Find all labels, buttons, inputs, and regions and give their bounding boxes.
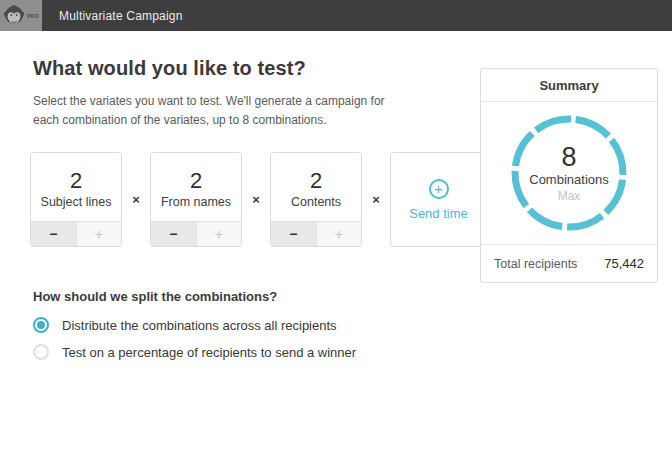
total-recipients-value: 75,442: [604, 256, 644, 271]
variate-card-contents: 2 Contents − +: [270, 152, 362, 247]
top-navigation-bar: PRO Multivariate Campaign: [0, 0, 672, 31]
variate-card-value: 2 From names: [151, 153, 241, 221]
pro-badge: PRO: [27, 13, 39, 19]
contents-stepper: − +: [271, 221, 361, 246]
combinations-ring-area: 8 Combinations Max: [481, 102, 657, 244]
option-distribute-all[interactable]: Distribute the combinations across all r…: [33, 317, 356, 333]
from-names-count: 2: [190, 169, 202, 193]
split-question: How should we split the combinations?: [33, 289, 356, 304]
split-section: How should we split the combinations? Di…: [33, 289, 356, 360]
combinations-max-label: Max: [558, 189, 581, 203]
combinations-count: 8: [561, 143, 576, 171]
summary-panel: Summary 8 Combinations Max Total recipie…: [480, 68, 658, 283]
radio-unselected-icon[interactable]: [33, 344, 49, 360]
page-title: What would you like to test?: [33, 57, 306, 80]
subject-lines-label: Subject lines: [41, 195, 112, 209]
subject-lines-increment-button[interactable]: +: [76, 222, 122, 246]
variate-card-value: 2 Subject lines: [31, 153, 121, 221]
page-description: Select the variates you want to test. We…: [33, 92, 405, 130]
variate-card-subject-lines: 2 Subject lines − +: [30, 152, 122, 247]
send-time-label: Send time: [409, 206, 468, 221]
option-test-percentage[interactable]: Test on a percentage of recipients to se…: [33, 344, 356, 360]
add-send-time-card[interactable]: + Send time: [390, 152, 487, 247]
contents-decrement-button[interactable]: −: [271, 222, 316, 246]
subject-lines-stepper: − +: [31, 221, 121, 246]
combinations-label: Combinations: [529, 172, 609, 187]
summary-title: Summary: [481, 69, 657, 102]
from-names-label: From names: [161, 195, 231, 209]
option-distribute-all-label: Distribute the combinations across all r…: [62, 318, 337, 333]
circled-plus-icon: +: [429, 179, 449, 199]
freddie-monkey-icon: [3, 4, 25, 28]
contents-label: Contents: [291, 195, 341, 209]
contents-increment-button[interactable]: +: [316, 222, 362, 246]
from-names-stepper: − +: [151, 221, 241, 246]
option-test-percentage-label: Test on a percentage of recipients to se…: [62, 345, 356, 360]
radio-selected-icon[interactable]: [33, 317, 49, 333]
contents-count: 2: [310, 169, 322, 193]
multiply-symbol: ×: [122, 192, 150, 207]
subject-lines-decrement-button[interactable]: −: [31, 222, 76, 246]
multiply-symbol: ×: [242, 192, 270, 207]
mailchimp-logo[interactable]: PRO: [0, 0, 42, 31]
campaign-title: Multivariate Campaign: [59, 9, 183, 23]
variate-card-from-names: 2 From names − +: [150, 152, 242, 247]
variate-cards-row: 2 Subject lines − + × 2 From names − + ×…: [30, 152, 487, 247]
variate-card-value: 2 Contents: [271, 153, 361, 221]
total-recipients-label: Total recipients: [494, 257, 577, 271]
total-recipients-row: Total recipients 75,442: [481, 244, 657, 282]
subject-lines-count: 2: [70, 169, 82, 193]
multiply-symbol: ×: [362, 192, 390, 207]
from-names-decrement-button[interactable]: −: [151, 222, 196, 246]
from-names-increment-button[interactable]: +: [196, 222, 242, 246]
